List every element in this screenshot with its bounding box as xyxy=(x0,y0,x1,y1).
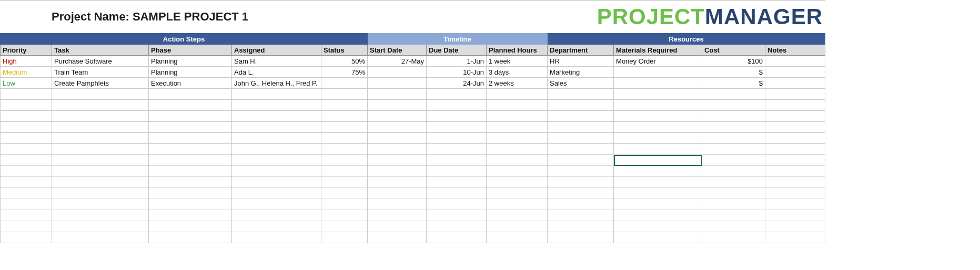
cell-status[interactable]: 75% xyxy=(321,67,368,78)
cell-priority[interactable]: Low xyxy=(1,78,52,89)
cell-empty[interactable] xyxy=(1,199,52,210)
col-due[interactable]: Due Date xyxy=(427,45,487,56)
cell-empty[interactable] xyxy=(368,144,427,155)
cell-empty[interactable] xyxy=(765,100,825,111)
cell-empty[interactable] xyxy=(614,89,702,100)
cell-empty[interactable] xyxy=(487,111,548,122)
cell-empty[interactable] xyxy=(52,210,149,221)
cell-empty[interactable] xyxy=(149,166,232,177)
cell-empty[interactable] xyxy=(765,221,825,232)
cell-empty[interactable] xyxy=(548,144,614,155)
cell-empty[interactable] xyxy=(52,89,149,100)
cell-empty[interactable] xyxy=(427,155,487,166)
cell-due[interactable]: 1-Jun xyxy=(427,56,487,67)
cell-empty[interactable] xyxy=(614,177,702,188)
cell-dept[interactable]: Sales xyxy=(548,78,614,89)
cell-empty[interactable] xyxy=(1,100,52,111)
cell-empty[interactable] xyxy=(487,155,548,166)
cell-empty[interactable] xyxy=(614,122,702,133)
cell-materials[interactable]: Money Order xyxy=(614,56,702,67)
cell-empty[interactable] xyxy=(487,199,548,210)
cell-empty[interactable] xyxy=(765,111,825,122)
cell-cost[interactable]: $ xyxy=(702,67,765,78)
cell-empty[interactable] xyxy=(368,100,427,111)
cell-empty[interactable] xyxy=(149,221,232,232)
project-table[interactable]: Action Steps Timeline Resources Priority… xyxy=(0,33,825,243)
cell-empty[interactable] xyxy=(321,166,368,177)
cell-empty[interactable] xyxy=(427,166,487,177)
cell-priority[interactable]: High xyxy=(1,56,52,67)
cell-empty[interactable] xyxy=(368,188,427,199)
cell-empty[interactable] xyxy=(149,188,232,199)
cell-empty[interactable] xyxy=(321,144,368,155)
cell-empty[interactable] xyxy=(52,144,149,155)
col-status[interactable]: Status xyxy=(321,45,368,56)
cell-empty[interactable] xyxy=(702,232,765,243)
cell-empty[interactable] xyxy=(702,122,765,133)
cell-empty[interactable] xyxy=(765,155,825,166)
cell-empty[interactable] xyxy=(487,133,548,144)
cell-empty[interactable] xyxy=(548,111,614,122)
cell-empty[interactable] xyxy=(548,188,614,199)
cell-empty[interactable] xyxy=(765,232,825,243)
cell-empty[interactable] xyxy=(52,122,149,133)
cell-phase[interactable]: Planning xyxy=(149,56,232,67)
cell-empty[interactable] xyxy=(487,166,548,177)
cell-empty[interactable] xyxy=(427,177,487,188)
cell-empty[interactable] xyxy=(614,133,702,144)
cell-empty[interactable] xyxy=(232,199,321,210)
cell-empty[interactable] xyxy=(232,122,321,133)
cell-planned[interactable]: 2 weeks xyxy=(487,78,548,89)
cell-empty[interactable] xyxy=(368,177,427,188)
cell-empty[interactable] xyxy=(765,210,825,221)
cell-empty[interactable] xyxy=(614,232,702,243)
cell-empty[interactable] xyxy=(614,144,702,155)
col-task[interactable]: Task xyxy=(52,45,149,56)
cell-status[interactable]: 50% xyxy=(321,56,368,67)
cell-empty[interactable] xyxy=(1,210,52,221)
cell-empty[interactable] xyxy=(765,188,825,199)
col-materials[interactable]: Materials Required xyxy=(614,45,702,56)
cell-empty[interactable] xyxy=(149,100,232,111)
cell-empty[interactable] xyxy=(702,111,765,122)
cell-empty[interactable] xyxy=(427,111,487,122)
cell-assigned[interactable]: John G., Helena H., Fred P. xyxy=(232,78,321,89)
cell-empty[interactable] xyxy=(149,111,232,122)
cell-empty[interactable] xyxy=(427,199,487,210)
cell-empty[interactable] xyxy=(548,133,614,144)
cell-empty[interactable] xyxy=(487,144,548,155)
cell-empty[interactable] xyxy=(702,100,765,111)
cell-assigned[interactable]: Ada L. xyxy=(232,67,321,78)
cell-empty[interactable] xyxy=(1,133,52,144)
cell-empty[interactable] xyxy=(487,122,548,133)
cell-empty[interactable] xyxy=(52,155,149,166)
cell-empty[interactable] xyxy=(368,122,427,133)
cell-empty[interactable] xyxy=(487,177,548,188)
cell-due[interactable]: 10-Jun xyxy=(427,67,487,78)
cell-notes[interactable] xyxy=(765,67,825,78)
cell-empty[interactable] xyxy=(548,155,614,166)
cell-materials[interactable] xyxy=(614,67,702,78)
cell-notes[interactable] xyxy=(765,78,825,89)
cell-empty[interactable] xyxy=(368,89,427,100)
cell-empty[interactable] xyxy=(232,210,321,221)
cell-planned[interactable]: 3 days xyxy=(487,67,548,78)
cell-start[interactable]: 27-May xyxy=(368,56,427,67)
cell-empty[interactable] xyxy=(702,89,765,100)
cell-empty[interactable] xyxy=(52,111,149,122)
col-cost[interactable]: Cost xyxy=(702,45,765,56)
cell-empty[interactable] xyxy=(52,177,149,188)
cell-empty[interactable] xyxy=(702,166,765,177)
cell-empty[interactable] xyxy=(427,144,487,155)
cell-empty[interactable] xyxy=(52,199,149,210)
cell-empty[interactable] xyxy=(548,166,614,177)
col-assigned[interactable]: Assigned xyxy=(232,45,321,56)
cell-empty[interactable] xyxy=(368,155,427,166)
cell-empty[interactable] xyxy=(1,144,52,155)
cell-empty[interactable] xyxy=(321,232,368,243)
cell-empty[interactable] xyxy=(321,122,368,133)
cell-empty[interactable] xyxy=(232,89,321,100)
cell-empty[interactable] xyxy=(232,188,321,199)
cell-empty[interactable] xyxy=(765,122,825,133)
cell-empty[interactable] xyxy=(548,199,614,210)
